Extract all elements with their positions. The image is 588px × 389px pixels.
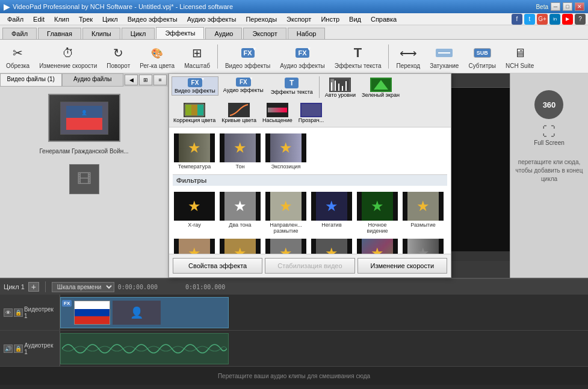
- svg-rect-16: [191, 105, 197, 115]
- youtube-icon[interactable]: ▶: [562, 14, 573, 25]
- effect-bw[interactable]: ★ Черно-белый: [401, 237, 445, 254]
- facebook-icon[interactable]: f: [512, 14, 522, 25]
- separator: [319, 76, 320, 98]
- color-correct-button[interactable]: 🎨 Рег-ка цвета: [136, 42, 178, 70]
- video-files-tab[interactable]: Видео файлы (1): [0, 73, 62, 87]
- effect-censor[interactable]: ★ Цензор: [310, 237, 353, 254]
- add-cycle-button[interactable]: +: [28, 282, 39, 292]
- effect-properties-button[interactable]: Свойства эффекта: [173, 258, 262, 274]
- timeline-header: Цикл 1 + Шкала времени 0:00;00.000 0:01:…: [0, 279, 588, 295]
- subtitle-button[interactable]: SUB Субтитры: [465, 42, 500, 70]
- fx-badge: FX: [62, 299, 72, 306]
- video-effects-button[interactable]: FX▼ Видео эффекты: [221, 42, 274, 70]
- filters-section-header: Фильтры: [173, 174, 447, 186]
- text-effects-tab[interactable]: T Эффекты текста: [268, 76, 315, 96]
- text-effects-button[interactable]: T Эффекты текста: [331, 42, 385, 70]
- minimize-button[interactable]: ─: [551, 2, 560, 11]
- effect-directional-blur[interactable]: ★ Направлен... размытие: [264, 191, 308, 235]
- menu-audio-effects[interactable]: Аудио эффекты: [182, 14, 241, 24]
- tab-clips[interactable]: Клипы: [82, 28, 120, 39]
- cycle-label: Цикл 1: [4, 283, 25, 290]
- placeholder-clip-icon: 🎞: [69, 164, 99, 194]
- video-mute-icon[interactable]: 👁: [4, 308, 13, 317]
- menu-tools[interactable]: Инстр: [316, 14, 344, 24]
- scale-button[interactable]: ⊞ Масштаб: [181, 42, 214, 70]
- effect-xray[interactable]: ★ X-ray: [173, 191, 216, 235]
- saturation-btn[interactable]: Насыщение: [261, 102, 294, 124]
- flag-thumbnail: [74, 301, 110, 325]
- green-screen-btn[interactable]: Зеленый экран: [360, 76, 401, 99]
- audio-mute-icon[interactable]: 🔊: [4, 345, 13, 353]
- window-title: VideoPad Professional by NCH Software - …: [13, 3, 233, 10]
- effect-sepia[interactable]: ★ Сепия: [218, 237, 262, 254]
- maximize-button[interactable]: □: [563, 2, 572, 11]
- stabilize-button[interactable]: Стабилизация видео: [265, 258, 354, 274]
- menu-file[interactable]: Файл: [2, 14, 28, 24]
- auto-levels-btn[interactable]: Авто уровни: [323, 76, 357, 99]
- panel-prev-icon[interactable]: ◀: [125, 75, 138, 85]
- tab-audio[interactable]: Аудио: [205, 28, 242, 39]
- speed-icon: ⏱: [58, 43, 78, 63]
- effect-ton-basic[interactable]: ★ Тон: [218, 132, 262, 171]
- audio-fx-icon: FX▼: [293, 43, 312, 63]
- effect-sharpen[interactable]: ★ Резкость: [173, 237, 216, 254]
- menu-cycle[interactable]: Цикл: [97, 14, 123, 24]
- transition-button[interactable]: ⟷ Переход: [392, 42, 424, 70]
- effect-hue-cycle[interactable]: ★ Цикл оттенков: [356, 237, 399, 254]
- tab-file[interactable]: Файл: [2, 28, 37, 39]
- tab-set[interactable]: Набор: [288, 28, 326, 39]
- tab-cycle[interactable]: Цикл: [122, 28, 155, 39]
- audio-clip[interactable]: [60, 333, 229, 364]
- effect-negative[interactable]: ★ Негатив: [310, 191, 353, 235]
- audio-lock-icon[interactable]: 🔒: [14, 345, 23, 353]
- menu-export[interactable]: Экспорт: [282, 14, 316, 24]
- google-icon[interactable]: G+: [537, 14, 548, 25]
- color-correction-btn[interactable]: Коррекция цвета: [172, 102, 217, 124]
- curves-btn[interactable]: Кривые цвета: [220, 102, 258, 124]
- menu-track[interactable]: Трек: [74, 14, 97, 24]
- nch-suite-button[interactable]: 🖥 NCH Suite: [502, 42, 537, 70]
- effect-exposure[interactable]: ★ Экспозиция: [264, 132, 308, 171]
- tab-home[interactable]: Главная: [38, 28, 81, 39]
- speed-button[interactable]: ⏱ Изменение скорости: [36, 42, 101, 70]
- menu-help[interactable]: Справка: [366, 14, 401, 24]
- scale-selector[interactable]: Шкала времени: [52, 282, 114, 292]
- change-speed-button[interactable]: Изменение скорости: [357, 258, 447, 274]
- twitter-icon[interactable]: t: [524, 14, 535, 25]
- menu-video-effects[interactable]: Видео эффекты: [123, 14, 182, 24]
- fade-button[interactable]: Затухание: [426, 42, 462, 70]
- menu-view[interactable]: Вид: [344, 14, 366, 24]
- effect-nightvision[interactable]: ★ Ночное видение: [356, 191, 399, 235]
- menu-edit[interactable]: Edit: [28, 14, 49, 24]
- linkedin-icon[interactable]: in: [549, 14, 560, 25]
- audio-effects-tab[interactable]: FX▼ Аудио эффекты: [221, 76, 266, 94]
- separator: [45, 281, 46, 292]
- video-effects-tab[interactable]: FX▼ Видео эффекты: [172, 76, 218, 96]
- tab-effects[interactable]: Эффекты: [156, 27, 204, 39]
- panel-grid-icon[interactable]: ⊞: [139, 75, 152, 85]
- video-clip[interactable]: FX 👤: [60, 297, 229, 328]
- separator-2: [388, 44, 389, 69]
- 360-button[interactable]: 360: [534, 90, 563, 119]
- effect-twotone[interactable]: ★ Два тона: [218, 191, 262, 235]
- panel-list-icon[interactable]: ≡: [153, 75, 167, 85]
- trim-button[interactable]: ✂ Обрезка: [2, 42, 33, 70]
- effect-ton-filter[interactable]: ★ Тон: [264, 237, 308, 254]
- audio-files-tab[interactable]: Аудио файлы: [62, 73, 124, 87]
- effect-blur[interactable]: ★ Размытие: [401, 191, 445, 235]
- audio-effects-button[interactable]: FX▼ Аудио эффекты: [276, 42, 328, 70]
- video-lock-icon[interactable]: 🔒: [14, 308, 23, 317]
- transparency-btn[interactable]: Прозрач...: [297, 102, 326, 124]
- menu-clip[interactable]: Клип: [49, 14, 74, 24]
- menu-bar: Файл Edit Клип Трек Цикл Видео эффекты А…: [0, 13, 588, 25]
- fullscreen-button[interactable]: ⛶ Full Screen: [534, 124, 565, 146]
- time-start-display: 0:00;00.000: [118, 284, 158, 290]
- tab-export[interactable]: Экспорт: [243, 28, 286, 39]
- rotate-button[interactable]: ↻ Поворот: [103, 42, 134, 70]
- close-button[interactable]: ✕: [575, 2, 584, 11]
- nch-icon: 🖥: [510, 43, 530, 63]
- effects-buttons: Свойства эффекта Стабилизация видео Изме…: [169, 254, 451, 277]
- help-circle-icon[interactable]: ?: [575, 14, 586, 25]
- menu-transitions[interactable]: Переходы: [241, 14, 282, 24]
- effect-temperature[interactable]: ★ Температура: [173, 132, 216, 171]
